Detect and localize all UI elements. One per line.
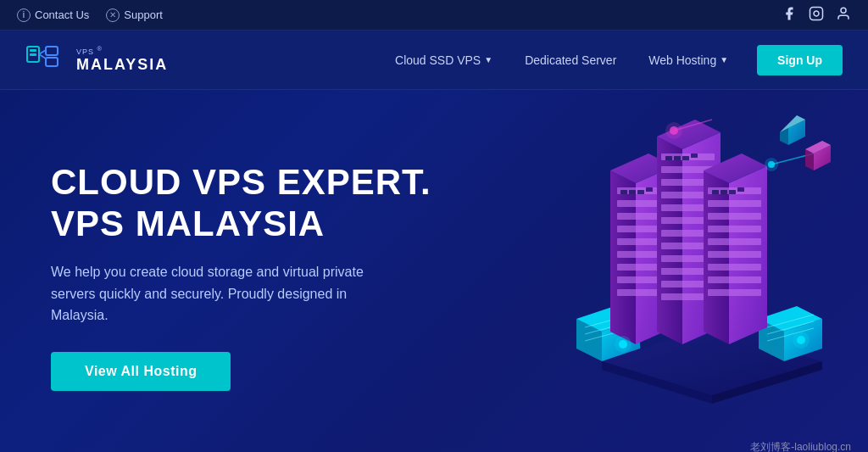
- nav-links: Cloud SSD VPS ▼ Dedicated Server Web Hos…: [383, 45, 843, 75]
- svg-rect-0: [810, 7, 823, 20]
- hero-illustration: [492, 124, 868, 429]
- svg-rect-70: [708, 276, 761, 283]
- svg-rect-71: [708, 289, 761, 296]
- nav-dedicated-server-label: Dedicated Server: [525, 53, 616, 67]
- svg-rect-66: [708, 226, 761, 232]
- svg-line-7: [39, 54, 46, 59]
- svg-rect-67: [708, 238, 761, 245]
- instagram-icon[interactable]: [809, 6, 824, 25]
- svg-line-6: [39, 50, 46, 54]
- signup-button[interactable]: Sign Up: [757, 45, 843, 75]
- support-icon: ✕: [106, 8, 120, 22]
- top-bar: i Contact Us ✕ Support: [0, 0, 868, 31]
- svg-rect-73: [721, 190, 727, 194]
- hero-title-line2: VPS MALAYSIA: [51, 204, 325, 243]
- svg-rect-56: [665, 156, 672, 160]
- hero-section: CLOUD VPS EXPERT. VPS MALAYSIA We help y…: [0, 90, 868, 452]
- svg-rect-58: [682, 156, 689, 160]
- support-label: Support: [124, 8, 163, 21]
- svg-rect-68: [708, 251, 761, 258]
- svg-point-77: [615, 336, 632, 353]
- nav-web-hosting[interactable]: Web Hosting ▼: [637, 47, 740, 74]
- svg-rect-37: [620, 190, 627, 194]
- info-icon: i: [17, 8, 31, 22]
- svg-rect-8: [46, 47, 58, 55]
- svg-rect-40: [646, 187, 653, 192]
- svg-rect-69: [708, 264, 761, 271]
- nav-cloud-ssd-vps[interactable]: Cloud SSD VPS ▼: [383, 47, 504, 74]
- top-bar-right: [782, 6, 851, 25]
- svg-rect-59: [691, 153, 698, 158]
- svg-point-79: [793, 332, 810, 349]
- svg-rect-72: [712, 190, 719, 194]
- logo-icon: [25, 43, 68, 77]
- svg-marker-90: [780, 128, 788, 145]
- cloud-ssd-chevron-icon: ▼: [484, 55, 492, 64]
- navbar: VPS ® MALAYSIA Cloud SSD VPS ▼ Dedicated…: [0, 31, 868, 90]
- svg-rect-64: [708, 200, 761, 207]
- svg-rect-9: [46, 58, 58, 66]
- svg-rect-4: [30, 49, 36, 52]
- facebook-icon[interactable]: [782, 6, 797, 25]
- contact-us-link[interactable]: i Contact Us: [17, 8, 89, 22]
- svg-rect-74: [729, 190, 736, 194]
- support-link[interactable]: ✕ Support: [106, 8, 163, 22]
- contact-us-label: Contact Us: [35, 8, 89, 21]
- svg-rect-39: [637, 190, 644, 194]
- svg-rect-57: [674, 156, 681, 160]
- web-hosting-chevron-icon: ▼: [720, 55, 728, 64]
- svg-rect-65: [708, 213, 761, 220]
- nav-web-hosting-label: Web Hosting: [648, 53, 716, 67]
- nav-cloud-ssd-vps-label: Cloud SSD VPS: [395, 53, 481, 67]
- hero-subtitle: We help you create cloud storage and vir…: [51, 261, 373, 326]
- top-bar-left: i Contact Us ✕ Support: [17, 8, 163, 22]
- account-icon[interactable]: [836, 6, 851, 25]
- hero-content: CLOUD VPS EXPERT. VPS MALAYSIA We help y…: [51, 162, 475, 390]
- hero-title-line1: CLOUD VPS EXPERT.: [51, 162, 431, 202]
- hero-title: CLOUD VPS EXPERT. VPS MALAYSIA: [51, 162, 475, 244]
- svg-rect-75: [737, 187, 744, 192]
- svg-rect-38: [629, 190, 636, 194]
- nav-dedicated-server[interactable]: Dedicated Server: [513, 47, 628, 74]
- view-all-hosting-button[interactable]: View All Hosting: [51, 352, 231, 391]
- svg-rect-5: [30, 53, 36, 56]
- logo-malaysia: MALAYSIA: [76, 57, 168, 74]
- svg-point-2: [841, 8, 846, 13]
- server-illustration: [492, 115, 868, 429]
- logo-text: VPS ® MALAYSIA: [76, 46, 168, 74]
- logo-area[interactable]: VPS ® MALAYSIA: [25, 43, 168, 77]
- watermark: 老刘博客-laoliublog.cn: [750, 440, 851, 452]
